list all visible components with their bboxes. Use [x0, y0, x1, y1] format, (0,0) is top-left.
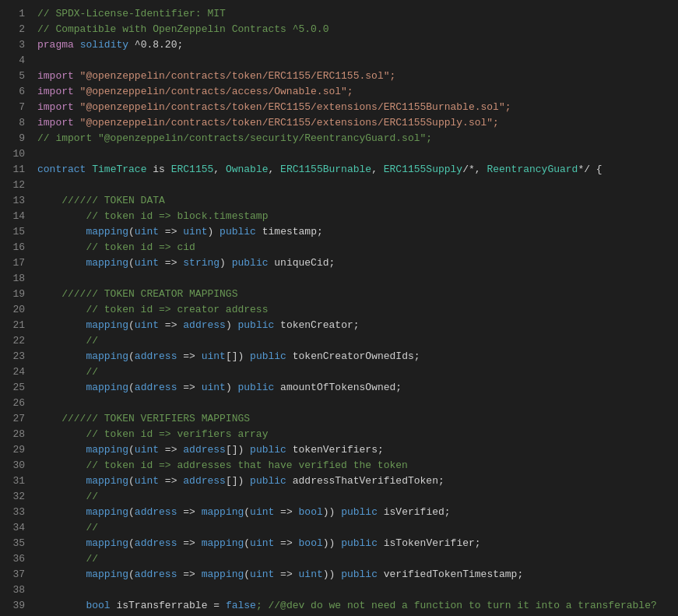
code-content: // SPDX-License-Identifier: MIT// Compat…: [37, 6, 678, 616]
code-line-3: pragma solidity ^0.8.20;: [37, 37, 678, 53]
line-number-28: 28: [9, 427, 25, 442]
line-number-33: 33: [9, 505, 25, 520]
code-line-2: // Compatible with OpenZeppelin Contract…: [37, 22, 678, 37]
code-line-26: [37, 396, 678, 411]
line-number-7: 7: [9, 100, 25, 115]
line-number-19: 19: [9, 287, 25, 302]
line-number-32: 32: [9, 489, 25, 505]
line-number-24: 24: [9, 364, 25, 380]
code-line-32: //: [37, 489, 678, 505]
line-number-20: 20: [9, 302, 25, 318]
line-number-37: 37: [9, 567, 25, 583]
line-number-17: 17: [9, 255, 25, 271]
code-line-15: mapping(uint => uint) public timestamp;: [37, 224, 678, 240]
line-number-39: 39: [9, 598, 25, 614]
code-line-6: import "@openzeppelin/contracts/access/O…: [37, 84, 678, 100]
code-line-8: import "@openzeppelin/contracts/token/ER…: [37, 115, 678, 131]
code-line-7: import "@openzeppelin/contracts/token/ER…: [37, 100, 678, 115]
code-line-35: mapping(address => mapping(uint => bool)…: [37, 536, 678, 551]
line-number-30: 30: [9, 458, 25, 473]
line-number-27: 27: [9, 411, 25, 427]
code-line-28: // token id => verifiers array: [37, 427, 678, 442]
line-number-4: 4: [9, 53, 25, 69]
code-line-34: //: [37, 520, 678, 536]
line-number-34: 34: [9, 520, 25, 536]
code-line-21: mapping(uint => address) public tokenCre…: [37, 318, 678, 333]
code-line-29: mapping(uint => address[]) public tokenV…: [37, 442, 678, 458]
line-number-35: 35: [9, 536, 25, 551]
code-line-25: mapping(address => uint) public amountOf…: [37, 380, 678, 396]
code-line-1: // SPDX-License-Identifier: MIT: [37, 6, 678, 22]
line-number-1: 1: [9, 6, 25, 22]
code-line-37: mapping(address => mapping(uint => uint)…: [37, 567, 678, 583]
line-number-13: 13: [9, 193, 25, 209]
code-line-16: // token id => cid: [37, 240, 678, 255]
code-line-19: ////// TOKEN CREATOR MAPPINGS: [37, 287, 678, 302]
code-line-22: //: [37, 333, 678, 349]
line-number-22: 22: [9, 333, 25, 349]
line-number-16: 16: [9, 240, 25, 255]
line-number-5: 5: [9, 69, 25, 84]
code-line-30: // token id => addresses that have verif…: [37, 458, 678, 473]
line-number-12: 12: [9, 178, 25, 193]
line-number-11: 11: [9, 162, 25, 178]
line-number-gutter: 1234567891011121314151617181920212223242…: [0, 6, 37, 616]
code-line-20: // token id => creator address: [37, 302, 678, 318]
code-editor: 1234567891011121314151617181920212223242…: [0, 0, 678, 616]
line-number-8: 8: [9, 115, 25, 131]
line-number-14: 14: [9, 209, 25, 224]
line-number-9: 9: [9, 131, 25, 146]
line-number-38: 38: [9, 583, 25, 598]
line-number-18: 18: [9, 271, 25, 287]
code-line-11: contract TimeTrace is ERC1155, Ownable, …: [37, 162, 678, 178]
line-number-26: 26: [9, 396, 25, 411]
code-line-14: // token id => block.timestamp: [37, 209, 678, 224]
code-line-31: mapping(uint => address[]) public addres…: [37, 473, 678, 489]
line-number-2: 2: [9, 22, 25, 37]
code-line-12: [37, 178, 678, 193]
code-line-33: mapping(address => mapping(uint => bool)…: [37, 505, 678, 520]
line-number-23: 23: [9, 349, 25, 364]
line-number-29: 29: [9, 442, 25, 458]
code-line-17: mapping(uint => string) public uniqueCid…: [37, 255, 678, 271]
code-line-13: ////// TOKEN DATA: [37, 193, 678, 209]
line-number-21: 21: [9, 318, 25, 333]
line-number-6: 6: [9, 84, 25, 100]
line-number-36: 36: [9, 551, 25, 567]
code-line-18: [37, 271, 678, 287]
code-line-39: bool isTransferrable = false; //@dev do …: [37, 598, 678, 614]
code-line-27: ////// TOKEN VERIFIERS MAPPINGS: [37, 411, 678, 427]
line-number-31: 31: [9, 473, 25, 489]
code-line-4: [37, 53, 678, 69]
code-line-5: import "@openzeppelin/contracts/token/ER…: [37, 69, 678, 84]
line-number-10: 10: [9, 146, 25, 162]
code-line-38: [37, 583, 678, 598]
line-number-3: 3: [9, 37, 25, 53]
code-line-23: mapping(address => uint[]) public tokenC…: [37, 349, 678, 364]
code-line-9: // import "@openzeppelin/contracts/secur…: [37, 131, 678, 146]
line-number-15: 15: [9, 224, 25, 240]
code-line-24: //: [37, 364, 678, 380]
code-line-10: [37, 146, 678, 162]
code-line-36: //: [37, 551, 678, 567]
line-number-25: 25: [9, 380, 25, 396]
